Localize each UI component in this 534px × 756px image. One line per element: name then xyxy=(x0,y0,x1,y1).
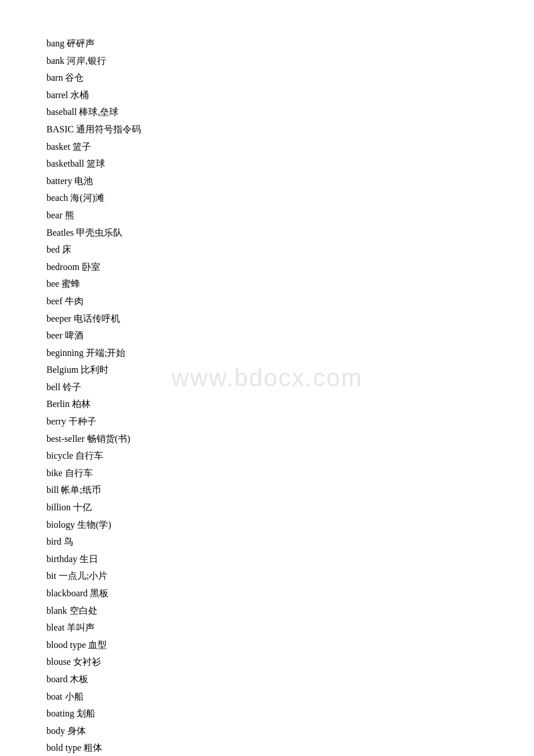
list-item: beginning 开端;开始 xyxy=(46,344,488,362)
list-item: blood type 血型 xyxy=(46,636,488,654)
list-item: best-seller 畅销货(书) xyxy=(46,430,488,448)
list-item: bird 鸟 xyxy=(46,533,488,550)
list-item: bank 河岸,银行 xyxy=(46,52,488,70)
list-item: board 木板 xyxy=(46,671,488,688)
list-item: blouse 女衬衫 xyxy=(46,653,488,671)
list-item: beer 啤酒 xyxy=(46,327,488,344)
list-item: bear 熊 xyxy=(46,207,488,224)
list-item: birthday 生日 xyxy=(46,550,488,568)
list-item: Berlin 柏林 xyxy=(46,395,488,413)
list-item: bed 床 xyxy=(46,241,488,258)
list-item: basketball 篮球 xyxy=(46,155,488,172)
list-item: body 身体 xyxy=(46,722,488,740)
list-item: bee 蜜蜂 xyxy=(46,275,488,293)
list-item: bleat 羊叫声 xyxy=(46,619,488,636)
list-item: Beatles 甲壳虫乐队 xyxy=(46,224,488,242)
list-item: Belgium 比利时 xyxy=(46,361,488,379)
list-item: baseball 棒球,垒球 xyxy=(46,103,488,121)
word-list: bang 砰砰声bank 河岸,银行barn 谷仓barrel 水桶baseba… xyxy=(46,35,488,756)
list-item: biology 生物(学) xyxy=(46,516,488,534)
list-item: billion 十亿 xyxy=(46,499,488,516)
list-item: barn 谷仓 xyxy=(46,69,488,87)
list-item: blank 空白处 xyxy=(46,602,488,620)
list-item: boating 划船 xyxy=(46,705,488,722)
list-item: BASIC 通用符号指令码 xyxy=(46,121,488,138)
list-item: bell 铃子 xyxy=(46,379,488,396)
list-item: beef 牛肉 xyxy=(46,293,488,310)
list-item: battery 电池 xyxy=(46,172,488,190)
list-item: beeper 电话传呼机 xyxy=(46,310,488,327)
list-item: bang 砰砰声 xyxy=(46,35,488,52)
list-item: barrel 水桶 xyxy=(46,87,488,104)
list-item: bit 一点儿;小片 xyxy=(46,567,488,585)
list-item: bill 帐单;纸币 xyxy=(46,481,488,499)
list-item: bike 自行车 xyxy=(46,465,488,482)
list-item: bicycle 自行车 xyxy=(46,447,488,465)
list-item: basket 篮子 xyxy=(46,138,488,156)
list-item: berry 干种子 xyxy=(46,413,488,430)
list-item: bold type 粗体 xyxy=(46,739,488,756)
list-item: bedroom 卧室 xyxy=(46,258,488,276)
list-item: boat 小船 xyxy=(46,688,488,705)
list-item: beach 海(河)滩 xyxy=(46,189,488,207)
list-item: blackboard 黑板 xyxy=(46,585,488,602)
